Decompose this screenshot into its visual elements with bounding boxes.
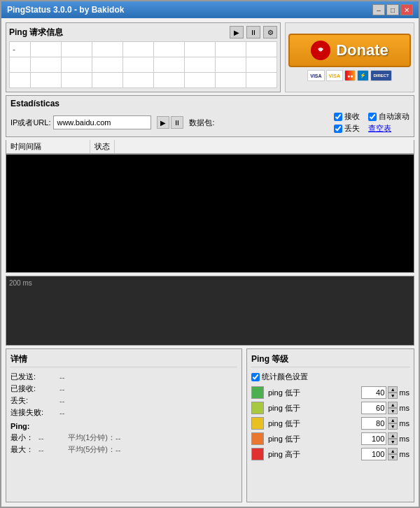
level-row-2: ping 低于 ▲ ▼ ms xyxy=(251,417,410,430)
stat-color-checkbox[interactable] xyxy=(251,373,260,381)
ping-table-cell-9 xyxy=(246,42,277,57)
sent-row: 已发送: -- xyxy=(10,372,237,382)
spinner-up-2[interactable]: ▲ xyxy=(388,417,398,423)
ping-pause-button[interactable]: ⏸ xyxy=(246,26,260,38)
ping-table-cell-r3-8 xyxy=(216,73,246,88)
ping-table-cell-5 xyxy=(123,42,154,57)
ping-table-cell-first: - xyxy=(10,42,31,57)
donate-button[interactable]: Donate xyxy=(288,34,411,67)
stats-play-button[interactable]: ▶ xyxy=(157,116,169,129)
ping-level-color-4 xyxy=(251,448,264,460)
monitor-col-status: 状态 xyxy=(90,140,115,153)
estadisticas-section: Estadísticas IP或者URL: ▶ ⏸ 数据包: 接收 xyxy=(6,95,414,137)
sent-label: 已发送: xyxy=(10,372,59,382)
details-box: 详情 已发送: -- 已接收: -- 丢失: -- 连接失败: -- xyxy=(6,348,242,502)
ping-level-value-1[interactable] xyxy=(361,402,386,414)
receive-checkbox[interactable] xyxy=(334,113,342,121)
ping-table-cell-3 xyxy=(62,42,92,57)
ping-max-label: 最大： xyxy=(10,444,38,455)
auto-scroll-label: 自动滚动 xyxy=(379,111,410,122)
stats-toolbar: ▶ ⏸ xyxy=(157,116,183,129)
spinner-up-0[interactable]: ▲ xyxy=(388,386,398,393)
received-value: -- xyxy=(59,385,64,393)
payment-icons: VISA VISA ●● ⚡ DIRECT xyxy=(307,70,392,81)
auto-scroll-checkbox[interactable] xyxy=(368,113,377,121)
ping-table-cell-4 xyxy=(92,42,123,57)
spinner-down-2[interactable]: ▼ xyxy=(388,423,398,430)
ping-level-unit-1: ms xyxy=(399,404,410,412)
conn-fail-row: 连接失败: -- xyxy=(10,407,237,418)
auto-scroll-row: 自动滚动 xyxy=(368,111,410,122)
ping-level-unit-3: ms xyxy=(399,435,410,443)
monitor-area-container: 时间间隔 状态 xyxy=(6,140,414,273)
title-bar: PingStatus 3.0.0 - by Bakidok – □ ✕ xyxy=(1,1,419,18)
ping-level-prefix-1: ping 低于 xyxy=(268,403,300,414)
ping-level-color-0 xyxy=(251,386,264,399)
ping-table-cell-r2-2 xyxy=(31,57,62,73)
ping-level-color-3 xyxy=(251,432,264,445)
monitor-col-time: 时间间隔 xyxy=(6,140,90,153)
estadisticas-title: Estadísticas xyxy=(10,99,410,108)
ping-subsection: Ping: 最小： -- 平均(1分钟)： -- 最大： -- 平均(5分钟)：… xyxy=(10,422,237,455)
level-row-1: ping 低于 ▲ ▼ ms xyxy=(251,402,410,414)
donate-box: Donate VISA VISA ●● ⚡ DIRECT xyxy=(285,22,414,92)
spinner-down-4[interactable]: ▼ xyxy=(388,454,398,460)
conn-fail-value: -- xyxy=(59,409,64,417)
ping-level-value-0[interactable] xyxy=(361,386,386,399)
ping-level-value-2[interactable] xyxy=(361,417,386,430)
ping-settings-button[interactable]: ⚙ xyxy=(263,26,277,38)
clear-table-link[interactable]: 查空表 xyxy=(368,123,391,134)
visa-icon: VISA xyxy=(307,70,324,81)
window-body: Ping 请求信息 ▶ ⏸ ⚙ - xyxy=(1,18,419,507)
main-window: PingStatus 3.0.0 - by Bakidok – □ ✕ Ping… xyxy=(0,0,420,508)
ping-table-cell-r3-5 xyxy=(123,73,154,88)
ping-avg5-value: -- xyxy=(115,446,136,454)
spinner-up-4[interactable]: ▲ xyxy=(388,448,398,454)
minimize-button[interactable]: – xyxy=(372,4,385,15)
ping-table-cell-r2-4 xyxy=(92,57,123,73)
ip-input[interactable] xyxy=(53,115,151,129)
ping-level-spinner-3: ▲ ▼ xyxy=(388,432,398,445)
level-input-group-2: ▲ ▼ ms xyxy=(361,417,410,430)
ping-table-cell-r2-6 xyxy=(154,57,185,73)
level-row-4: ping 高于 ▲ ▼ ms xyxy=(251,448,410,460)
top-section: Ping 请求信息 ▶ ⏸ ⚙ - xyxy=(6,22,414,92)
level-input-group-3: ▲ ▼ ms xyxy=(361,432,410,445)
ping-level-title: Ping 等级 xyxy=(251,353,410,367)
maximize-button[interactable]: □ xyxy=(386,4,399,15)
spinner-up-3[interactable]: ▲ xyxy=(388,432,398,439)
sent-value: -- xyxy=(59,373,64,381)
ping-table-cell-6 xyxy=(154,42,185,57)
stats-controls-right: 接收 丢失 自动滚动 查空表 xyxy=(334,111,410,134)
donate-logo-icon xyxy=(311,41,330,60)
details-title: 详情 xyxy=(10,353,237,367)
ip-input-group: IP或者URL: xyxy=(10,115,151,129)
level-row-0: ping 低于 ▲ ▼ ms xyxy=(251,386,410,399)
spinner-up-1[interactable]: ▲ xyxy=(388,402,398,408)
spinner-down-0[interactable]: ▼ xyxy=(388,393,398,399)
ping-sublabel: Ping: xyxy=(10,422,237,430)
stats-pause-button[interactable]: ⏸ xyxy=(171,116,183,129)
ping-table-cell-r2-3 xyxy=(62,57,92,73)
ping-table-cell-r3-2 xyxy=(31,73,62,88)
amex-icon: ⚡ xyxy=(357,70,369,81)
bottom-section: 详情 已发送: -- 已接收: -- 丢失: -- 连接失败: -- xyxy=(6,348,414,502)
ping-level-unit-0: ms xyxy=(399,388,410,397)
spinner-down-1[interactable]: ▼ xyxy=(388,408,398,414)
ping-request-box: Ping 请求信息 ▶ ⏸ ⚙ - xyxy=(6,22,281,92)
ping-play-button[interactable]: ▶ xyxy=(230,26,244,38)
level-input-group-1: ▲ ▼ ms xyxy=(361,402,410,414)
ping-level-unit-2: ms xyxy=(399,419,410,428)
close-button[interactable]: ✕ xyxy=(400,4,413,15)
ping-level-prefix-3: ping 低于 xyxy=(268,434,300,444)
ping-level-value-4[interactable] xyxy=(361,448,386,460)
ping-level-box: Ping 等级 统计颜色设置 ping 低于 ▲ ▼ ms xyxy=(246,348,414,502)
chart-area: 200 ms xyxy=(6,276,414,346)
ping-level-value-3[interactable] xyxy=(361,432,386,445)
level-input-group-0: ▲ ▼ ms xyxy=(361,386,410,399)
ping-table-cell-r3-6 xyxy=(154,73,185,88)
visa2-icon: VISA xyxy=(326,70,343,81)
spinner-down-3[interactable]: ▼ xyxy=(388,439,398,445)
level-input-group-4: ▲ ▼ ms xyxy=(361,448,410,460)
lost-checkbox[interactable] xyxy=(334,125,342,133)
